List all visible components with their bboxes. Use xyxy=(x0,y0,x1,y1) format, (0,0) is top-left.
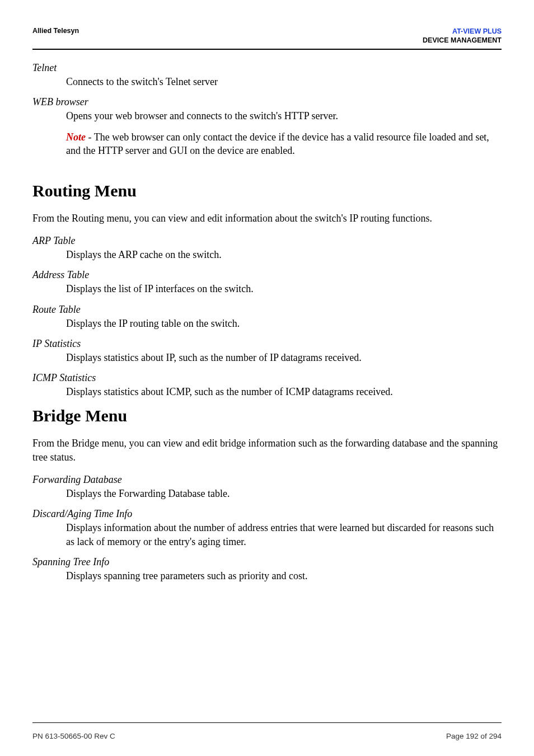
routing-item: Address Table Displays the list of IP in… xyxy=(32,269,502,295)
routing-item: Route Table Displays the IP routing tabl… xyxy=(32,304,502,330)
header-left: Allied Telesyn xyxy=(32,27,79,35)
note-text: - The web browser can only contact the d… xyxy=(66,132,489,156)
bridge-item-body: Displays spanning tree parameters such a… xyxy=(66,569,502,583)
header-right: AT-VIEW PLUS DEVICE MANAGEMENT xyxy=(423,27,502,45)
bridge-item-body: Displays the Forwarding Database table. xyxy=(66,487,502,500)
footer-left: PN 613-50665-00 Rev C xyxy=(32,732,115,740)
header-section: DEVICE MANAGEMENT xyxy=(423,36,502,44)
page-footer: PN 613-50665-00 Rev C Page 192 of 294 xyxy=(32,722,502,740)
web-note: Note - The web browser can only contact … xyxy=(66,130,502,158)
telnet-body: Connects to the switch's Telnet server xyxy=(66,75,502,88)
bridge-heading: Bridge Menu xyxy=(32,406,502,425)
web-title: WEB browser xyxy=(32,96,502,108)
routing-heading: Routing Menu xyxy=(32,181,502,200)
routing-intro: From the Routing menu, you can view and … xyxy=(32,212,502,225)
footer-row: PN 613-50665-00 Rev C Page 192 of 294 xyxy=(32,732,502,740)
routing-item-body: Displays the ARP cache on the switch. xyxy=(66,248,502,261)
bridge-item-title: Spanning Tree Info xyxy=(32,556,502,568)
page-header: Allied Telesyn AT-VIEW PLUS DEVICE MANAG… xyxy=(32,27,502,49)
telnet-section: Telnet Connects to the switch's Telnet s… xyxy=(32,62,502,88)
routing-item: ICMP Statistics Displays statistics abou… xyxy=(32,372,502,398)
routing-item-title: IP Statistics xyxy=(32,338,502,350)
routing-item: IP Statistics Displays statistics about … xyxy=(32,338,502,364)
routing-item: ARP Table Displays the ARP cache on the … xyxy=(32,235,502,261)
note-label: Note xyxy=(66,132,86,143)
routing-item-title: Route Table xyxy=(32,304,502,316)
header-rule xyxy=(32,49,502,50)
footer-right: Page 192 of 294 xyxy=(446,732,502,740)
routing-item-title: ICMP Statistics xyxy=(32,372,502,384)
bridge-item-title: Forwarding Database xyxy=(32,474,502,486)
routing-item-body: Displays the list of IP interfaces on th… xyxy=(66,282,502,295)
footer-rule xyxy=(32,722,502,723)
bridge-item-body: Displays information about the number of… xyxy=(66,521,502,548)
header-product: AT-VIEW PLUS xyxy=(452,27,502,35)
web-section: WEB browser Opens your web browser and c… xyxy=(32,96,502,158)
bridge-item-title: Discard/Aging Time Info xyxy=(32,508,502,520)
web-body: Opens your web browser and connects to t… xyxy=(66,109,502,123)
routing-item-body: Displays statistics about ICMP, such as … xyxy=(66,385,502,398)
bridge-item: Discard/Aging Time Info Displays informa… xyxy=(32,508,502,548)
telnet-title: Telnet xyxy=(32,62,502,74)
routing-item-title: Address Table xyxy=(32,269,502,281)
bridge-item: Spanning Tree Info Displays spanning tre… xyxy=(32,556,502,583)
routing-item-body: Displays statistics about IP, such as th… xyxy=(66,351,502,364)
bridge-item: Forwarding Database Displays the Forward… xyxy=(32,474,502,500)
routing-item-body: Displays the IP routing table on the swi… xyxy=(66,317,502,330)
document-page: Allied Telesyn AT-VIEW PLUS DEVICE MANAG… xyxy=(0,0,534,756)
bridge-intro: From the Bridge menu, you can view and e… xyxy=(32,436,502,464)
routing-item-title: ARP Table xyxy=(32,235,502,247)
